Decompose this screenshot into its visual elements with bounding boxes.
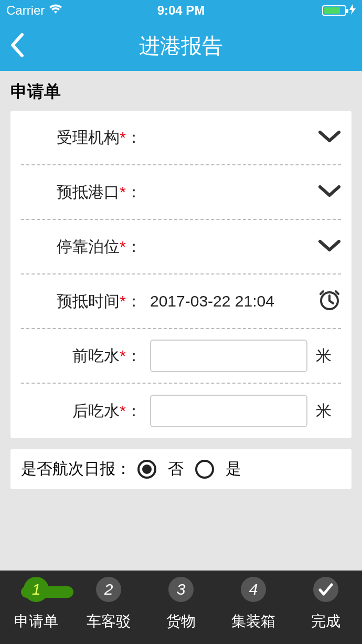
step-1[interactable]: 1 申请单 [0,577,72,631]
arrival-time-value: 2017-03-22 21:04 [150,292,274,310]
back-button[interactable] [9,33,24,60]
carrier-label: Carrier [6,3,45,18]
arrival-port-label: 预抵港口*： [21,182,142,203]
chevron-down-icon [318,238,341,256]
section-title: 申请单 [0,71,362,111]
step-2-num: 2 [96,577,121,602]
accept-org-row[interactable]: 受理机构*： [21,111,341,165]
check-icon [313,577,338,602]
arrival-port-row[interactable]: 预抵港口*： [21,165,341,220]
fore-draft-row: 前吃水*： 米 [21,329,341,384]
step-3-num: 3 [168,577,194,602]
fore-draft-unit: 米 [316,345,332,367]
step-1-num: 1 [24,577,49,602]
radio-no[interactable] [137,460,156,479]
page-title: 进港报告 [139,31,223,60]
aft-draft-input[interactable] [150,395,307,427]
clock-icon [318,288,341,315]
step-4-label: 集装箱 [231,611,275,631]
arrival-time-row[interactable]: 预抵时间*： 2017-03-22 21:04 [21,275,341,329]
voyage-daily-row: 是否航次日报： 否 是 [10,449,352,489]
radio-no-label: 否 [168,458,184,480]
radio-yes-label: 是 [226,458,241,480]
berth-row[interactable]: 停靠泊位*： [21,220,341,275]
aft-draft-row: 后吃水*： 米 [21,384,341,438]
form-card: 受理机构*： 预抵港口*： 停靠泊位*： 预抵时间*： 2017-03- [10,111,352,438]
chevron-down-icon [318,183,341,201]
chevron-down-icon [318,129,341,146]
fore-draft-label: 前吃水*： [21,345,142,367]
aft-draft-unit: 米 [316,400,332,422]
step-3-label: 货物 [166,611,196,631]
status-time: 9:04 PM [157,3,205,18]
stepper-bar: 1 申请单 2 车客驳 3 货物 4 集装箱 完成 [0,571,362,644]
step-2-label: 车客驳 [87,611,131,631]
step-4[interactable]: 4 集装箱 [217,577,290,631]
step-done-label: 完成 [311,611,340,631]
arrival-time-label: 预抵时间*： [21,291,142,312]
radio-yes[interactable] [195,460,214,479]
wifi-icon [49,3,62,18]
nav-bar: 进港报告 [0,21,362,71]
step-3[interactable]: 3 货物 [145,577,217,631]
step-done[interactable]: 完成 [290,577,362,631]
aft-draft-label: 后吃水*： [21,400,142,422]
accept-org-label: 受理机构*： [21,127,142,149]
berth-label: 停靠泊位*： [21,236,142,258]
step-4-num: 4 [241,577,266,602]
fore-draft-input[interactable] [150,340,307,372]
step-2[interactable]: 2 车客驳 [72,577,145,631]
battery-icon [322,5,346,16]
step-1-label: 申请单 [14,611,58,631]
charging-icon [349,3,356,18]
status-bar: Carrier 9:04 PM [0,0,362,21]
voyage-daily-label: 是否航次日报： [21,458,131,480]
